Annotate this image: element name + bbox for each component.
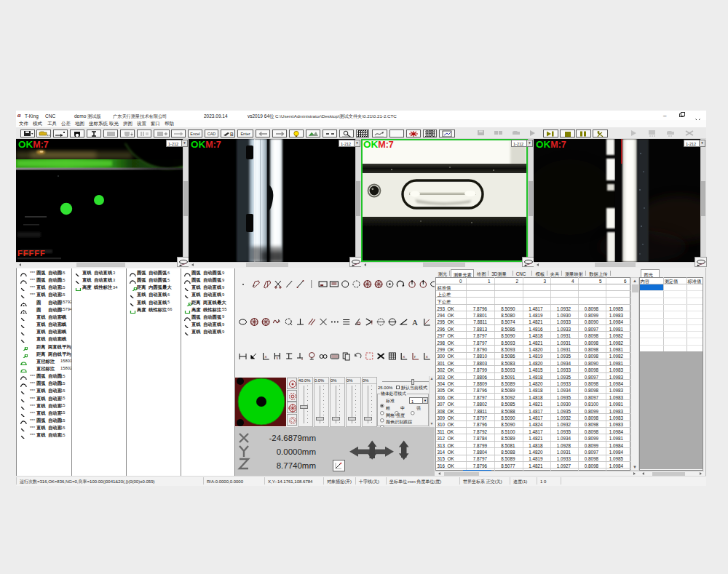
- svg-text:-24.6879mm: -24.6879mm: [269, 434, 316, 442]
- svg-text:x: x: [403, 354, 405, 359]
- svg-text:8.7740mm: 8.7740mm: [276, 461, 315, 470]
- svg-text:x: x: [425, 354, 427, 359]
- svg-text:0.0000mm: 0.0000mm: [276, 447, 315, 456]
- svg-text:B: B: [230, 132, 234, 137]
- svg-text:s: s: [276, 356, 278, 360]
- svg-text:x: x: [264, 354, 266, 359]
- svg-text:r: r: [414, 354, 416, 359]
- svg-text:FFFFF: FFFFF: [17, 249, 46, 258]
- svg-text:A: A: [412, 318, 418, 327]
